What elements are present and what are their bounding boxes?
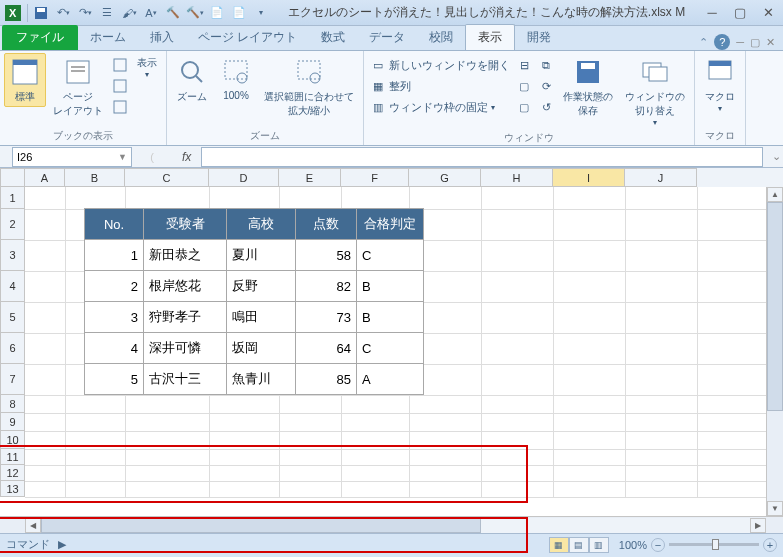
tab-pagelayout[interactable]: ページ レイアウト [186, 25, 309, 50]
formula-input[interactable] [201, 147, 763, 167]
scroll-down-icon[interactable]: ▼ [767, 501, 783, 516]
sync-scroll-button[interactable]: ⟳ [536, 77, 556, 95]
side-by-side-button[interactable]: ⧉ [536, 56, 556, 74]
fx-icon[interactable]: fx [172, 150, 201, 164]
split-button[interactable]: ⊟ [514, 56, 534, 74]
formula-expand-icon[interactable]: ⌄ [769, 150, 783, 163]
excel-app-icon[interactable]: X [4, 4, 22, 22]
zoom-slider[interactable] [669, 543, 759, 546]
row-header-7[interactable]: 7 [0, 364, 25, 395]
reset-position-button[interactable]: ↺ [536, 98, 556, 116]
vscroll-thumb[interactable] [767, 202, 783, 411]
freeze-panes-button[interactable]: ▥ウィンドウ枠の固定▾ [368, 98, 512, 116]
doc-close-icon[interactable]: ✕ [766, 36, 775, 49]
row-header-6[interactable]: 6 [0, 333, 25, 364]
doc-restore-icon[interactable]: ▢ [750, 36, 760, 49]
col-header-F[interactable]: F [341, 168, 409, 187]
qat-icon-6[interactable]: 📄 [207, 3, 227, 23]
restore-button[interactable]: ▢ [729, 5, 751, 21]
th-no[interactable]: No. [84, 208, 144, 240]
col-header-J[interactable]: J [625, 168, 697, 187]
qat-icon-1[interactable]: ☰ [97, 3, 117, 23]
doc-minimize-icon[interactable]: ─ [736, 36, 744, 48]
zoom-100-button[interactable]: 100% [215, 53, 257, 104]
row-header-10[interactable]: 10 [0, 431, 25, 449]
hscroll-thumb[interactable] [41, 518, 481, 533]
horizontal-scrollbar[interactable]: ◀ ▶ [0, 516, 783, 533]
vertical-scrollbar[interactable]: ▲ ▼ [766, 187, 783, 516]
col-header-I[interactable]: I [553, 168, 625, 187]
collapse-ribbon-icon[interactable]: ⌃ [699, 36, 708, 49]
tab-home[interactable]: ホーム [78, 25, 138, 50]
tab-insert[interactable]: 挿入 [138, 25, 186, 50]
pagebreak-preview-button[interactable] [110, 56, 130, 74]
show-button[interactable]: 表示 ▾ [132, 53, 162, 82]
zoom-in-button[interactable]: + [763, 538, 777, 552]
view-normal-button[interactable]: 標準 [4, 53, 46, 107]
th-score[interactable]: 点数 [295, 208, 357, 240]
zoom-slider-handle[interactable] [712, 539, 719, 550]
scroll-left-icon[interactable]: ◀ [25, 518, 41, 533]
zoom-selection-button[interactable]: 選択範囲に合わせて 拡大/縮小 [259, 53, 359, 121]
col-header-A[interactable]: A [25, 168, 65, 187]
row-header-5[interactable]: 5 [0, 302, 25, 333]
tab-review[interactable]: 校閲 [417, 25, 465, 50]
row-header-8[interactable]: 8 [0, 395, 25, 413]
undo-icon[interactable]: ↶▾ [53, 3, 73, 23]
qat-icon-5[interactable]: 🔨▾ [185, 3, 205, 23]
zoom-level[interactable]: 100% [619, 539, 647, 551]
view-pagebreak-status[interactable]: ▥ [589, 537, 609, 553]
save-icon[interactable] [31, 3, 51, 23]
redo-icon[interactable]: ↷▾ [75, 3, 95, 23]
help-icon[interactable]: ? [714, 34, 730, 50]
th-result[interactable]: 合格判定 [356, 208, 424, 240]
close-button[interactable]: ✕ [757, 5, 779, 21]
zoom-button[interactable]: ズーム [171, 53, 213, 107]
cells-area[interactable]: No. 受験者 高校 点数 合格判定 1新田恭之夏川58C 2根岸悠花反野82B… [25, 187, 783, 497]
col-header-G[interactable]: G [409, 168, 481, 187]
tab-formulas[interactable]: 数式 [309, 25, 357, 50]
name-box[interactable]: I26▼ [12, 147, 132, 167]
select-all-corner[interactable] [0, 168, 25, 187]
custom-views-button[interactable] [110, 77, 130, 95]
page-layout-view-button[interactable]: ページ レイアウト [48, 53, 108, 121]
col-header-D[interactable]: D [209, 168, 279, 187]
scroll-right-icon[interactable]: ▶ [750, 518, 766, 533]
row-header-12[interactable]: 12 [0, 465, 25, 481]
row-header-11[interactable]: 11 [0, 449, 25, 465]
record-macro-icon[interactable]: ▶ [58, 538, 66, 551]
col-header-B[interactable]: B [65, 168, 125, 187]
col-header-E[interactable]: E [279, 168, 341, 187]
scroll-up-icon[interactable]: ▲ [767, 187, 783, 202]
tab-data[interactable]: データ [357, 25, 417, 50]
zoom-out-button[interactable]: − [651, 538, 665, 552]
row-header-1[interactable]: 1 [0, 187, 25, 209]
row-header-2[interactable]: 2 [0, 209, 25, 240]
qat-icon-2[interactable]: 🖌▾ [119, 3, 139, 23]
qat-icon-4[interactable]: 🔨 [163, 3, 183, 23]
fullscreen-button[interactable] [110, 98, 130, 116]
qat-icon-3[interactable]: A▾ [141, 3, 161, 23]
new-window-button[interactable]: ▭新しいウィンドウを開く [368, 56, 512, 74]
arrange-all-button[interactable]: ▦整列 [368, 77, 512, 95]
row-header-3[interactable]: 3 [0, 240, 25, 271]
th-name[interactable]: 受験者 [143, 208, 227, 240]
row-header-4[interactable]: 4 [0, 271, 25, 302]
tab-file[interactable]: ファイル [2, 25, 78, 50]
qat-customize-icon[interactable]: ▾ [251, 3, 271, 23]
minimize-button[interactable]: ─ [701, 5, 723, 21]
th-school[interactable]: 高校 [226, 208, 296, 240]
save-workspace-button[interactable]: 作業状態の 保存 [558, 53, 618, 121]
tab-developer[interactable]: 開発 [515, 25, 563, 50]
tab-view[interactable]: 表示 [465, 24, 515, 50]
col-header-C[interactable]: C [125, 168, 209, 187]
qat-icon-7[interactable]: 📄 [229, 3, 249, 23]
view-pagelayout-status[interactable]: ▤ [569, 537, 589, 553]
row-header-13[interactable]: 13 [0, 481, 25, 497]
view-normal-status[interactable]: ▦ [549, 537, 569, 553]
col-header-H[interactable]: H [481, 168, 553, 187]
switch-windows-button[interactable]: ウィンドウの 切り替え▾ [620, 53, 690, 130]
namebox-dropdown-icon[interactable]: ▼ [118, 152, 127, 162]
unhide-button[interactable]: ▢ [514, 98, 534, 116]
hide-button[interactable]: ▢ [514, 77, 534, 95]
